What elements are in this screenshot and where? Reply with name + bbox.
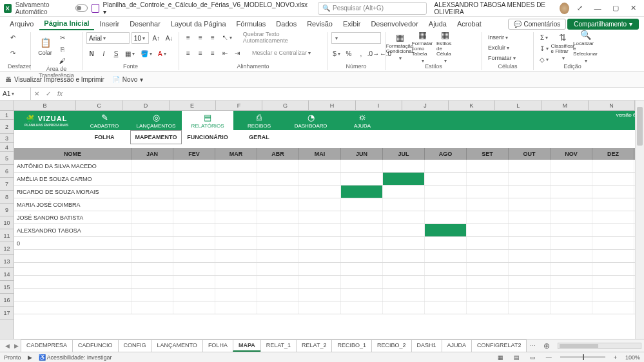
sheet-tab-cadempresa[interactable]: CADEMPRESA xyxy=(21,339,73,352)
indent-dec-button[interactable]: ⇤ xyxy=(220,48,230,58)
cell-mai[interactable] xyxy=(299,160,341,172)
cell-jun[interactable] xyxy=(341,237,383,249)
border-button[interactable]: ▦ xyxy=(123,48,137,59)
cell-mar[interactable] xyxy=(215,237,257,249)
insert-cells-button[interactable]: Inserir xyxy=(486,32,510,43)
cut-button[interactable]: ✂ xyxy=(57,32,68,43)
number-format-select[interactable] xyxy=(331,32,381,44)
format-table-button[interactable]: ▦Formatar como Tabela xyxy=(412,32,433,61)
cell-jun[interactable] xyxy=(341,160,383,172)
cell-abr[interactable] xyxy=(257,160,299,172)
cell-jan[interactable] xyxy=(132,198,173,211)
col-header-M[interactable]: M xyxy=(542,100,589,110)
cell-jun[interactable] xyxy=(341,198,383,211)
cell-fev[interactable] xyxy=(173,173,215,185)
cell-nov[interactable] xyxy=(551,160,592,172)
cell-jan[interactable] xyxy=(132,186,173,198)
share-button[interactable]: Compartilhamento ▾ xyxy=(567,19,639,30)
align-left-button[interactable]: ≡ xyxy=(183,48,193,58)
subnav-mapeamento[interactable]: MAPEAMENTO xyxy=(130,130,182,144)
view-page-icon[interactable]: ▤ xyxy=(512,354,522,361)
align-right-button[interactable]: ≡ xyxy=(208,48,218,58)
subnav-geral[interactable]: GERAL xyxy=(233,130,285,144)
cell-mar[interactable] xyxy=(215,198,257,211)
cell-out[interactable] xyxy=(509,237,551,249)
cell-fev[interactable] xyxy=(173,237,215,249)
find-select-button[interactable]: 🔍Localizar e Selecionar xyxy=(575,32,596,61)
align-top-button[interactable]: ≡ xyxy=(183,32,193,43)
inc-decimal-button[interactable]: .0→ xyxy=(368,48,378,59)
zoom-slider[interactable] xyxy=(560,356,605,358)
nav-ajuda[interactable]: ⛭AJUDA xyxy=(337,111,388,130)
cell-jul[interactable] xyxy=(383,160,425,172)
cell-jul[interactable] xyxy=(383,186,425,198)
row-header-11[interactable]: 11 xyxy=(0,229,14,242)
sheet-tab-mapa[interactable]: MAPA xyxy=(233,339,261,352)
row-header-2[interactable]: 2 xyxy=(0,120,14,134)
name-box[interactable]: A1 xyxy=(0,88,31,100)
col-header-F[interactable]: F xyxy=(216,100,262,110)
maximize-button[interactable]: ▢ xyxy=(609,2,623,15)
add-sheet-button[interactable]: ⊕ xyxy=(540,341,554,350)
col-header-G[interactable]: G xyxy=(262,100,309,110)
sheet-tab-lançamento[interactable]: LANÇAMENTO xyxy=(151,339,203,352)
search-input[interactable]: 🔍 Pesquisar (Alt+G) xyxy=(318,2,427,15)
close-button[interactable]: ✕ xyxy=(626,2,640,15)
nav-recibos[interactable]: ⎙RECIBOS xyxy=(233,111,285,130)
cell-out[interactable] xyxy=(509,211,551,224)
new-button[interactable]: 📄Novo▾ xyxy=(112,76,143,83)
cell-set[interactable] xyxy=(467,224,509,236)
sheet-more[interactable]: ⋯ xyxy=(526,343,540,349)
redo-button[interactable]: ↷ xyxy=(8,48,18,58)
nav-dashboard[interactable]: ◔DASHBOARD xyxy=(285,111,337,130)
sheet-tab-relat_1[interactable]: RELAT_1 xyxy=(260,339,297,352)
cell-dez[interactable] xyxy=(592,237,634,249)
cell-ago[interactable] xyxy=(425,237,467,249)
cell-fev[interactable] xyxy=(173,224,215,236)
col-header-C[interactable]: C xyxy=(76,100,122,110)
cell-jun[interactable] xyxy=(341,186,383,198)
cell-jan[interactable] xyxy=(132,211,173,224)
row-header-6[interactable]: 6 xyxy=(0,165,14,178)
cell-jun[interactable] xyxy=(341,224,383,236)
cell-nov[interactable] xyxy=(551,211,592,224)
cell-dez[interactable] xyxy=(592,224,634,236)
status-macro-icon[interactable]: ▶ xyxy=(28,354,32,361)
tab-desenvolvedor[interactable]: Desenvolvedor xyxy=(366,18,422,30)
increase-font-button[interactable]: A↑ xyxy=(151,33,162,43)
cell-jul[interactable] xyxy=(383,198,425,211)
row-header-10[interactable]: 10 xyxy=(0,216,14,229)
row-header-5[interactable]: 5 xyxy=(0,152,14,165)
cell-mar[interactable] xyxy=(215,160,257,172)
paste-button[interactable]: 📋 Colar xyxy=(35,32,55,61)
cell-set[interactable] xyxy=(467,160,509,172)
cell-nov[interactable] xyxy=(551,237,592,249)
cell-jan[interactable] xyxy=(132,160,173,172)
fbar-cancel-icon[interactable]: ✕ xyxy=(31,90,43,97)
vertical-scrollbar[interactable] xyxy=(635,100,644,339)
cell-ago[interactable] xyxy=(425,173,467,185)
align-middle-button[interactable]: ≡ xyxy=(195,32,206,43)
decrease-font-button[interactable]: A↓ xyxy=(164,33,175,43)
cell-mai[interactable] xyxy=(299,224,341,236)
cell-jul[interactable] xyxy=(383,224,425,236)
col-header-H[interactable]: H xyxy=(309,100,355,110)
row-header-16[interactable]: 16 xyxy=(0,294,14,307)
tab-desenhar[interactable]: Desenhar xyxy=(125,18,165,30)
autosum-button[interactable]: Σ xyxy=(538,32,551,43)
worksheet-grid[interactable]: 🧩 VIZUAL PLANILHAS EMPRESARIAIS ✎CADASTR… xyxy=(14,111,644,339)
cell-dez[interactable] xyxy=(592,198,634,211)
col-header-K[interactable]: K xyxy=(449,100,495,110)
font-color-button[interactable]: A xyxy=(156,48,168,59)
sheet-tab-relat_2[interactable]: RELAT_2 xyxy=(296,339,332,352)
cell-mai[interactable] xyxy=(299,186,341,198)
sheet-tab-cadfuncio[interactable]: CADFUNCIO xyxy=(72,339,119,352)
cell-dez[interactable] xyxy=(592,186,634,198)
comments-button[interactable]: 💬 Comentários xyxy=(508,19,567,30)
fill-button[interactable]: ↧ xyxy=(538,43,551,53)
row-header-3[interactable]: 3 xyxy=(0,134,14,143)
percent-button[interactable]: % xyxy=(344,48,354,59)
cell-ago[interactable] xyxy=(425,186,467,198)
orientation-button[interactable]: ⭦ xyxy=(220,32,233,43)
row-header-17[interactable]: 17 xyxy=(0,307,14,319)
